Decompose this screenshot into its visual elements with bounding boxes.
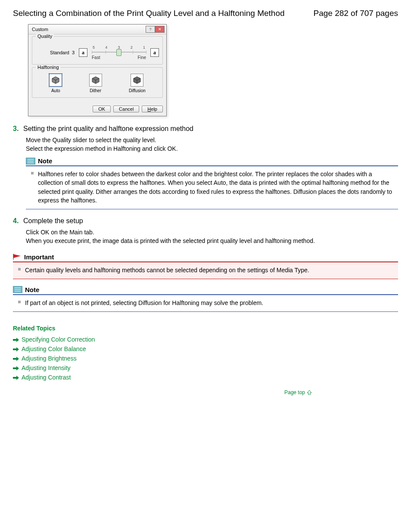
bullet-icon [31,172,34,174]
related-topics-title: Related Topics [13,325,398,332]
fine-label: Fine [138,55,146,60]
cube-icon [131,74,143,87]
halftoning-group-label: Halftoning [36,65,61,70]
arrow-right-icon [13,365,19,370]
note2-title: Note [25,286,39,293]
link-color-correction[interactable]: Specifying Color Correction [13,336,398,343]
fast-label: Fast [92,55,100,60]
help-button[interactable]: Help [142,106,163,112]
cube-icon [49,74,62,87]
dialog-titlebar: Custom ? ✕ [28,25,166,34]
quality-group-label: Quality [36,34,54,39]
arrow-right-icon [13,337,19,342]
important-text: Certain quality levels and halftoning me… [25,267,309,274]
custom-dialog: Custom ? ✕ Quality Standard 3 a 5 4 [28,24,167,116]
fast-a-icon: a [79,48,87,57]
quality-group: Quality Standard 3 a 5 4 3 2 1 [32,36,163,65]
page-top-link[interactable]: Page top [13,389,312,395]
svg-rect-20 [13,358,16,360]
slider-thumb[interactable] [116,49,121,56]
svg-rect-22 [13,367,16,369]
arrow-right-icon [13,356,19,361]
note1-text: Halftones refer to color shades between … [38,171,392,204]
halftone-diffusion[interactable]: Diffusion [129,74,146,93]
page-count: Page 282 of 707 pages [313,9,398,18]
bullet-icon [18,268,21,271]
step-4-number: 4. [13,217,19,225]
note2-text: If part of an object is not printed, sel… [25,299,263,306]
svg-rect-18 [13,348,16,350]
svg-rect-24 [13,377,16,379]
important-title: Important [24,253,54,261]
bullet-icon [18,301,21,303]
cancel-button[interactable]: Cancel [113,106,139,112]
svg-marker-21 [16,357,19,361]
step-3-title: Setting the print quality and halftone e… [23,125,193,133]
step-3-line1: Move the Quality slider to select the qu… [26,136,398,145]
svg-marker-23 [16,366,19,370]
ok-button[interactable]: OK [93,106,111,112]
link-brightness[interactable]: Adjusting Brightness [13,355,398,362]
svg-marker-19 [16,347,19,352]
step-3-number: 3. [13,125,19,133]
halftoning-group: Halftoning Auto Dither [32,67,163,98]
step-4-line1: Click OK on the Main tab. [26,228,398,237]
page-title: Selecting a Combination of the Print Qua… [13,9,285,18]
quality-slider[interactable] [92,50,146,54]
fine-a-icon: a [150,48,159,57]
svg-rect-16 [13,339,16,341]
arrow-right-icon [13,375,19,380]
link-color-balance[interactable]: Adjusting Color Balance [13,345,398,352]
svg-marker-26 [307,390,311,395]
note1-title: Note [38,157,52,165]
link-intensity[interactable]: Adjusting Intensity [13,364,398,371]
note-icon [13,286,22,293]
dialog-close-icon[interactable]: ✕ [155,26,165,33]
dialog-title: Custom [32,27,48,32]
halftone-dither[interactable]: Dither [89,74,102,93]
step-4-line2: When you execute print, the image data i… [26,237,398,246]
step-4-title: Complete the setup [23,217,83,225]
step-3-line2: Select the expression method in Halftoni… [26,145,398,153]
flag-icon [13,254,22,260]
standard-label: Standard 3 [36,50,75,55]
halftone-auto[interactable]: Auto [49,74,62,93]
arrow-up-icon [307,390,312,395]
arrow-right-icon [13,346,19,352]
cube-icon [89,74,102,87]
svg-marker-10 [13,254,21,258]
svg-marker-17 [16,338,19,342]
dialog-help-icon[interactable]: ? [146,26,155,33]
note-icon [26,158,35,165]
svg-marker-25 [16,376,19,380]
link-contrast[interactable]: Adjusting Contrast [13,374,398,381]
